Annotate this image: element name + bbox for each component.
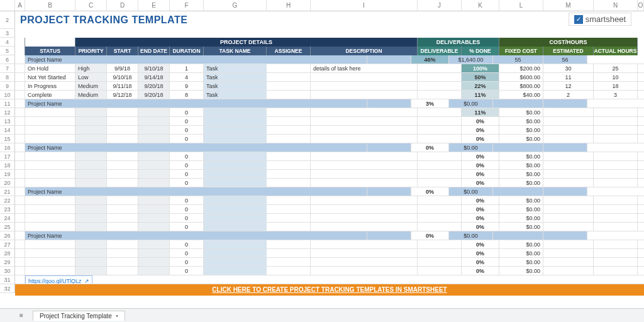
project-group-row[interactable]: Project Name 3% $0.00 [15, 99, 644, 108]
row-header-6[interactable]: 6 [0, 55, 15, 64]
row-header-20[interactable]: 20 [0, 179, 15, 187]
summary-cost[interactable]: $1,640.00 [449, 55, 493, 64]
row-header-19[interactable]: 19 [0, 170, 15, 179]
cell-duration[interactable]: 9 [170, 82, 204, 90]
cell-deliverable[interactable] [418, 82, 462, 90]
cell-pct[interactable]: 50% [462, 73, 499, 81]
project-group-row[interactable]: Project Name 0% $0.00 [15, 231, 644, 240]
row-header-29[interactable]: 29 [0, 258, 15, 267]
row-header-5[interactable]: 5 [0, 47, 15, 55]
cell-duration[interactable]: 1 [170, 64, 204, 72]
table-row[interactable]: 0 0% $0.00 [15, 117, 644, 126]
cell-deliverable[interactable] [418, 73, 462, 81]
table-row[interactable]: 0 0% $0.00 [15, 161, 644, 170]
col-header-G[interactable]: G [204, 0, 267, 11]
table-row[interactable]: 0 0% $0.00 [15, 135, 644, 143]
col-header-B[interactable]: B [25, 0, 75, 11]
table-row[interactable]: 0 0% $0.00 [15, 152, 644, 161]
cell-cost[interactable]: $800.00 [499, 82, 543, 90]
cell-actual[interactable]: 10 [594, 73, 638, 81]
cell-cost[interactable]: $200.00 [499, 64, 543, 72]
table-row[interactable]: 0 0% $0.00 [15, 170, 644, 179]
cell-task[interactable]: Task [204, 82, 267, 90]
cell-start[interactable]: 9/10/18 [107, 73, 138, 81]
cell-status[interactable]: Not Yet Started [25, 73, 75, 81]
col-header-C[interactable]: C [75, 0, 107, 11]
col-header-N[interactable]: N [594, 0, 638, 11]
col-header-K[interactable]: K [462, 0, 499, 11]
task-row[interactable]: On Hold High 9/9/18 9/10/18 1 Task detai… [15, 64, 644, 73]
all-sheets-button[interactable]: ≡ [15, 311, 28, 321]
cell-status[interactable]: In Progress [25, 82, 75, 90]
cell-priority[interactable]: High [75, 64, 107, 72]
cell-task[interactable]: Task [204, 91, 267, 99]
col-header-A[interactable]: A [15, 0, 25, 11]
cell-end[interactable]: 9/20/18 [138, 82, 170, 90]
row-header-18[interactable]: 18 [0, 161, 15, 170]
col-header-H[interactable]: H [267, 0, 311, 11]
shortlink[interactable]: https://goo.gl/UTlQLz↗ [25, 275, 92, 284]
row-header-2[interactable]: 2 [0, 11, 15, 29]
row-header-10[interactable]: 10 [0, 91, 15, 99]
spreadsheet-grid[interactable]: PROJECT TRACKING TEMPLATE ✓ smartsheet P… [15, 11, 644, 296]
cell-assignee[interactable] [267, 64, 311, 72]
project-name-cell[interactable]: Project Name [25, 187, 367, 196]
table-row[interactable]: 0 0% $0.00 [15, 214, 644, 223]
cell-description[interactable] [311, 73, 418, 81]
cell-est[interactable]: 11 [543, 73, 594, 81]
row-header-8[interactable]: 8 [0, 73, 15, 82]
cell-pct[interactable]: 11% [462, 91, 499, 99]
row-header-3[interactable]: 3 [0, 29, 15, 38]
link-row[interactable]: https://goo.gl/UTlQLz↗ [15, 275, 644, 284]
row-header-4[interactable]: 4 [0, 38, 15, 47]
cell-description[interactable] [311, 91, 418, 99]
sheet-tab[interactable]: Project Tracking Template ▾ [33, 311, 125, 321]
cta-banner[interactable]: CLICK HERE TO CREATE PROJECT TRACKING TE… [15, 284, 644, 296]
row-header-11[interactable]: 11 [0, 99, 15, 108]
task-row[interactable]: Not Yet Started Low 9/10/18 9/14/18 4 Ta… [15, 73, 644, 82]
table-row[interactable]: 0 0% $0.00 [15, 205, 644, 214]
cell-start[interactable]: 9/12/18 [107, 91, 138, 99]
cell-assignee[interactable] [267, 91, 311, 99]
row-header-12[interactable]: 12 [0, 108, 15, 117]
summary-actual[interactable]: 56 [543, 55, 587, 64]
chevron-down-icon[interactable]: ▾ [116, 313, 118, 319]
table-row[interactable]: 0 0% $0.00 [15, 258, 644, 267]
cell-pct[interactable]: 100% [462, 64, 499, 72]
cell-start[interactable]: 9/11/18 [107, 82, 138, 90]
cell-end[interactable]: 9/14/18 [138, 73, 170, 81]
row-header-14[interactable]: 14 [0, 126, 15, 135]
row-header-16[interactable]: 16 [0, 143, 15, 152]
cell-actual[interactable]: 18 [594, 82, 638, 90]
row-header-21[interactable]: 21 [0, 187, 15, 196]
col-header-D[interactable]: D [107, 0, 138, 11]
row-header-25[interactable]: 25 [0, 223, 15, 231]
cell-priority[interactable]: Medium [75, 82, 107, 90]
cell-status[interactable]: On Hold [25, 64, 75, 72]
row-header-28[interactable]: 28 [0, 249, 15, 258]
table-row[interactable]: 0 0% $0.00 [15, 240, 644, 249]
summary-pct[interactable]: 46% [411, 55, 449, 64]
row-header-31[interactable]: 31 [0, 275, 15, 284]
col-header-I[interactable]: I [311, 0, 418, 11]
row-header-9[interactable]: 9 [0, 82, 15, 91]
cell-description[interactable] [311, 82, 418, 90]
cell-cost[interactable]: $40.00 [499, 91, 543, 99]
row-header-32[interactable]: 32 [0, 284, 15, 293]
cell-status[interactable]: Complete [25, 91, 75, 99]
cell-duration[interactable]: 8 [170, 91, 204, 99]
row-header-17[interactable]: 17 [0, 152, 15, 161]
row-header-7[interactable]: 7 [0, 64, 15, 73]
cell-priority[interactable]: Medium [75, 91, 107, 99]
col-header-J[interactable]: J [418, 0, 462, 11]
row-header-30[interactable]: 30 [0, 267, 15, 275]
cell-description[interactable]: details of task here [311, 64, 418, 72]
col-header-F[interactable]: F [170, 0, 204, 11]
table-row[interactable]: 0 11% $0.00 [15, 108, 644, 117]
row-header-26[interactable]: 26 [0, 231, 15, 240]
table-row[interactable]: 0 0% $0.00 [15, 249, 644, 258]
project-group-row[interactable]: Project Name 0% $0.00 [15, 143, 644, 152]
cell-start[interactable]: 9/9/18 [107, 64, 138, 72]
cell-assignee[interactable] [267, 82, 311, 90]
cell-deliverable[interactable] [418, 64, 462, 72]
